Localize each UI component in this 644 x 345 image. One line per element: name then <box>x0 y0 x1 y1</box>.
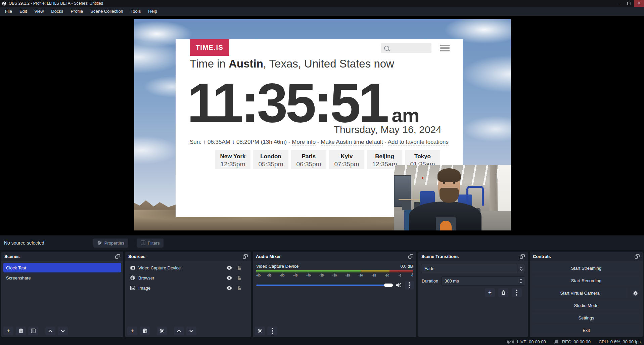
source-item-video-capture[interactable]: Video Capture Device <box>127 263 249 272</box>
menu-file[interactable]: File <box>1 7 16 16</box>
popout-icon[interactable] <box>408 254 413 259</box>
lock-icon[interactable] <box>237 286 241 291</box>
scene-move-up-button[interactable] <box>45 327 55 335</box>
spin-up-icon[interactable] <box>519 279 522 281</box>
source-status-text: No source selected <box>4 240 44 246</box>
start-virtual-camera-button[interactable]: Start Virtual Camera <box>532 288 628 298</box>
sources-panel: Sources Video Capture Device <box>125 252 251 337</box>
duration-input[interactable]: 300 ms <box>441 276 525 286</box>
spin-down-icon[interactable] <box>519 282 522 283</box>
filter-icon <box>31 329 36 333</box>
menu-help[interactable]: Help <box>144 7 161 16</box>
popout-icon[interactable] <box>243 254 248 259</box>
visibility-eye-icon[interactable] <box>226 276 232 280</box>
transitions-header[interactable]: Scene Transitions <box>418 252 528 261</box>
source-item-browser[interactable]: Browser <box>127 273 249 283</box>
menu-view[interactable]: View <box>31 7 47 16</box>
remove-scene-button[interactable] <box>16 327 26 335</box>
add-transition-button[interactable]: + <box>485 288 495 297</box>
scene-item-clock-test[interactable]: Clock Test <box>3 263 121 272</box>
gear-icon <box>97 241 102 245</box>
status-bar: LIVE: 00:00:00 REC: 00:00:00 CPU: 0.6%, … <box>0 338 644 345</box>
audio-mixer-header[interactable]: Audio Mixer <box>253 252 416 261</box>
city-tile: London05:35pm <box>253 150 288 169</box>
menu-bar: File Edit View Docks Profile Scene Colle… <box>0 7 644 16</box>
maximize-button[interactable] <box>624 0 634 7</box>
settings-button[interactable]: Settings <box>532 312 641 323</box>
camera-icon <box>130 266 135 270</box>
menu-docks[interactable]: Docks <box>47 7 67 16</box>
lock-icon[interactable] <box>237 275 241 281</box>
transition-menu-button[interactable] <box>512 288 522 297</box>
studio-mode-button[interactable]: Studio Mode <box>532 300 641 311</box>
minimize-button[interactable]: – <box>614 0 624 7</box>
start-streaming-button[interactable]: Start Streaming <box>532 263 641 273</box>
chevron-up-icon <box>48 330 52 332</box>
filters-button[interactable]: Filters <box>137 239 164 248</box>
speaker-icon[interactable] <box>396 283 402 288</box>
mixer-channel-name: Video Capture Device <box>256 264 298 269</box>
sources-header[interactable]: Sources <box>125 252 251 261</box>
visibility-eye-icon[interactable] <box>226 286 232 290</box>
source-move-up-button[interactable] <box>174 327 184 335</box>
menu-scene-collection[interactable]: Scene Collection <box>87 7 127 16</box>
remove-transition-button[interactable] <box>498 288 508 297</box>
scene-transitions-panel: Scene Transitions Fade Duration 300 ms <box>418 252 528 337</box>
obs-window: OBS 29.1.2 - Profile: LLHLS BETA - Scene… <box>0 0 644 345</box>
close-button[interactable]: ✕ <box>634 0 644 7</box>
source-properties-button[interactable] <box>157 327 167 335</box>
city-tile: Kyiv07:35pm <box>329 150 364 169</box>
volume-slider[interactable] <box>256 285 393 286</box>
maximize-icon <box>627 2 631 5</box>
city-tile: New York12:35pm <box>215 150 250 169</box>
add-source-button[interactable]: + <box>127 327 137 335</box>
scene-item-screenshare[interactable]: Screenshare <box>3 273 121 283</box>
kebab-menu-icon <box>272 328 273 334</box>
transition-select[interactable]: Fade <box>421 264 525 273</box>
start-recording-button[interactable]: Start Recording <box>532 275 641 286</box>
trash-icon <box>19 329 23 333</box>
current-date: Thursday, May 16, 2024 <box>334 124 442 135</box>
chevron-down-icon <box>61 330 65 332</box>
preview-canvas[interactable]: TIME.IS Time in Austin, Texas, United St… <box>134 19 511 230</box>
mixer-channel-menu-button[interactable] <box>405 281 414 290</box>
volume-meter <box>256 270 413 272</box>
timeis-logo: TIME.IS <box>190 39 229 56</box>
city-tile: Paris06:35pm <box>291 150 326 169</box>
advanced-audio-button[interactable] <box>255 327 265 335</box>
add-scene-button[interactable]: + <box>3 327 13 335</box>
kebab-menu-icon <box>516 290 517 296</box>
window-title: OBS 29.1.2 - Profile: LLHLS BETA - Scene… <box>9 1 103 6</box>
scene-filters-button[interactable] <box>28 327 38 335</box>
scene-move-down-button[interactable] <box>58 327 68 335</box>
remove-source-button[interactable] <box>140 327 150 335</box>
search-input <box>381 43 431 53</box>
source-move-down-button[interactable] <box>186 327 196 335</box>
popout-icon[interactable] <box>635 254 640 259</box>
mixer-menu-button[interactable] <box>267 327 277 335</box>
scenes-header[interactable]: Scenes <box>1 252 123 261</box>
properties-button[interactable]: Properties <box>93 239 128 248</box>
image-icon <box>130 286 135 290</box>
volume-slider-handle[interactable] <box>384 284 393 287</box>
visibility-eye-icon[interactable] <box>226 266 232 270</box>
time-ampm: am <box>392 104 419 126</box>
controls-header[interactable]: Controls <box>530 252 643 261</box>
popout-icon[interactable] <box>520 254 525 259</box>
popout-icon[interactable] <box>115 254 120 259</box>
add-favorite-link: Add to favorite locations <box>388 139 449 145</box>
menu-edit[interactable]: Edit <box>16 7 31 16</box>
webcam-source[interactable] <box>394 165 511 230</box>
gear-icon <box>159 329 164 333</box>
live-time: LIVE: 00:00:00 <box>517 339 546 344</box>
menu-profile[interactable]: Profile <box>67 7 87 16</box>
virtual-camera-settings-button[interactable] <box>630 288 641 298</box>
exit-button[interactable]: Exit <box>532 325 641 336</box>
record-status-icon <box>554 339 559 344</box>
globe-icon <box>130 275 135 280</box>
source-item-image[interactable]: Image <box>127 283 249 293</box>
lock-icon[interactable] <box>237 265 241 270</box>
gear-icon <box>258 329 262 333</box>
menu-tools[interactable]: Tools <box>127 7 144 16</box>
meter-scale: -60-55-50-45-40-35-30-25-20-15-10-50 <box>256 273 413 278</box>
